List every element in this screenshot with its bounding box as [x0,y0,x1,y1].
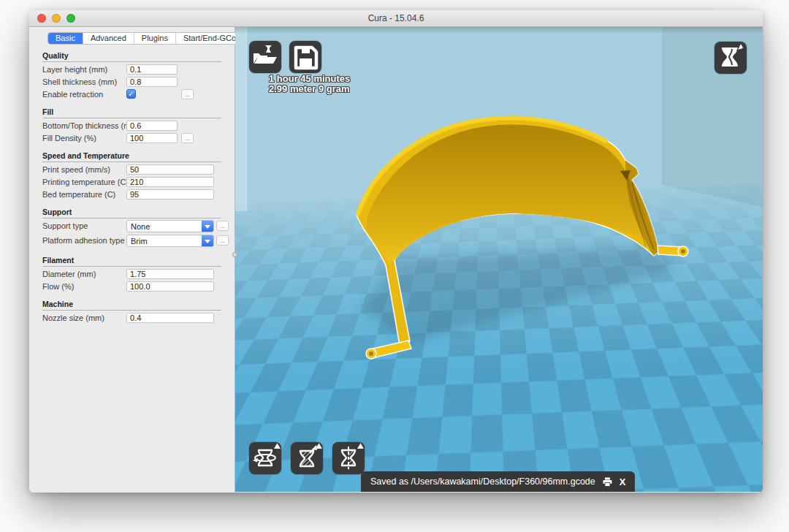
setting-label: Diameter (mm) [42,270,96,278]
bed-temperature-input[interactable] [126,189,214,200]
rotate-model-icon [249,442,281,474]
section-title: Machine [42,300,221,311]
support-more-button[interactable]: ... [216,221,229,231]
view-mode-icon [714,42,747,74]
saved-toast: Saved as /Users/kawakami/Desktop/F360/96… [361,471,635,492]
chevron-down-icon [202,235,213,246]
support-type-select[interactable]: None [126,220,214,232]
setting-label: Layer height (mm) [42,65,107,74]
settings-tab-bar: Basic Advanced Plugins Start/End-GCode [47,32,253,45]
setting-label: Nozzle size (mm) [42,314,104,322]
tab-advanced[interactable]: Advanced [83,33,134,44]
section-title: Speed and Temperature [42,151,221,162]
setting-label: Shell thickness (mm) [42,77,117,86]
setting-row: Diameter (mm) [42,268,221,281]
bottom-top-thickness-input[interactable] [126,121,178,131]
saved-toast-text: Saved as /Users/kawakami/Desktop/F360/96… [370,476,595,487]
title-bar[interactable]: Cura - 15.04.6 [29,10,763,27]
section-quality: Quality Layer height (mm) Shell thicknes… [42,51,221,101]
fill-density-more-button[interactable]: ... [181,133,194,143]
close-traffic-light-icon[interactable] [37,14,46,23]
section-machine: Machine Nozzle size (mm) [42,300,221,324]
setting-label: Platform adhesion type [42,236,125,245]
setting-row: Fill Density (%) ... [42,132,221,145]
print-time: 1 hour 45 minutes [269,74,350,84]
setting-row: Layer height (mm) [42,64,221,76]
tab-basic[interactable]: Basic [48,33,83,44]
section-title: Quality [42,51,221,62]
save-toolpath-button[interactable] [289,41,321,73]
chevron-down-icon [202,221,213,232]
setting-row: Platform adhesion type Brim ... [42,235,221,249]
setting-label: Printing temperature (C) [42,178,129,186]
setting-label: Bed temperature (C) [42,190,115,199]
setting-label: Enable retraction [42,90,103,99]
setting-label: Fill Density (%) [42,134,96,142]
scale-model-button[interactable] [291,442,323,474]
save-toolpath-icon [289,41,321,73]
sidebar-splitter-handle[interactable] [232,252,237,257]
setting-label: Support type [42,221,88,230]
rotate-model-button[interactable] [249,442,281,474]
printer-icon[interactable] [602,477,613,487]
shell-thickness-input[interactable] [126,77,178,87]
scene-3d [235,27,763,492]
setting-row: Enable retraction ✓ ... [42,88,221,101]
zoom-traffic-light-icon[interactable] [66,14,75,23]
section-fill: Fill Bottom/Top thickness (mm) Fill Dens… [42,107,221,145]
load-model-button[interactable] [249,41,281,73]
setting-label: Flow (%) [42,282,74,291]
layer-height-input[interactable] [126,64,178,75]
setting-row: Print speed (mm/s) [42,164,221,176]
fill-density-input[interactable] [126,133,178,143]
printing-temperature-input[interactable] [126,177,214,187]
material-estimate: 2.99 meter 9 gram [269,84,350,94]
adhesion-more-button[interactable]: ... [216,235,229,246]
window-title: Cura - 15.04.6 [29,10,763,26]
section-support: Support Support type None ... Platform a… [42,208,221,249]
setting-row: Flow (%) [42,281,221,293]
filament-diameter-input[interactable] [126,269,214,279]
section-title: Support [42,208,221,218]
mirror-model-icon [332,442,365,474]
setting-label: Print speed (mm/s) [42,165,110,174]
tab-plugins[interactable]: Plugins [134,33,176,44]
enable-retraction-checkbox[interactable]: ✓ [126,89,136,99]
nozzle-size-input[interactable] [126,313,214,323]
load-model-icon [249,41,281,73]
setting-row: Bed temperature (C) [42,189,221,201]
traffic-lights [37,14,75,23]
scale-model-icon [291,442,323,474]
print-estimate: 1 hour 45 minutes 2.99 meter 9 gram [269,74,350,94]
section-title: Filament [42,256,221,267]
print-speed-input[interactable] [126,164,214,175]
cura-window: Cura - 15.04.6 Basic Advanced Plugins St… [29,10,763,493]
setting-row: Shell thickness (mm) [42,76,221,88]
model-3d[interactable] [235,27,763,492]
3d-viewport[interactable]: 1 hour 45 minutes 2.99 meter 9 gram [235,27,763,492]
section-filament: Filament Diameter (mm) Flow (%) [42,256,221,293]
view-mode-button[interactable] [714,42,747,74]
close-icon[interactable]: X [620,476,626,487]
setting-row: Bottom/Top thickness (mm) [42,120,221,132]
filament-flow-input[interactable] [126,281,214,292]
platform-adhesion-select[interactable]: Brim [126,235,214,247]
settings-sidebar: Basic Advanced Plugins Start/End-GCode Q… [29,27,235,492]
retraction-more-button[interactable]: ... [181,89,194,99]
select-value: Brim [131,236,148,247]
section-speed-temperature: Speed and Temperature Print speed (mm/s)… [42,151,221,201]
section-title: Fill [42,107,221,118]
setting-row: Nozzle size (mm) [42,312,221,324]
select-value: None [131,221,150,232]
setting-label: Bottom/Top thickness (mm) [42,121,140,130]
setting-row: Printing temperature (C) [42,176,221,189]
minimize-traffic-light-icon[interactable] [52,14,61,23]
mirror-model-button[interactable] [332,442,365,474]
setting-row: Support type None ... [42,220,221,235]
